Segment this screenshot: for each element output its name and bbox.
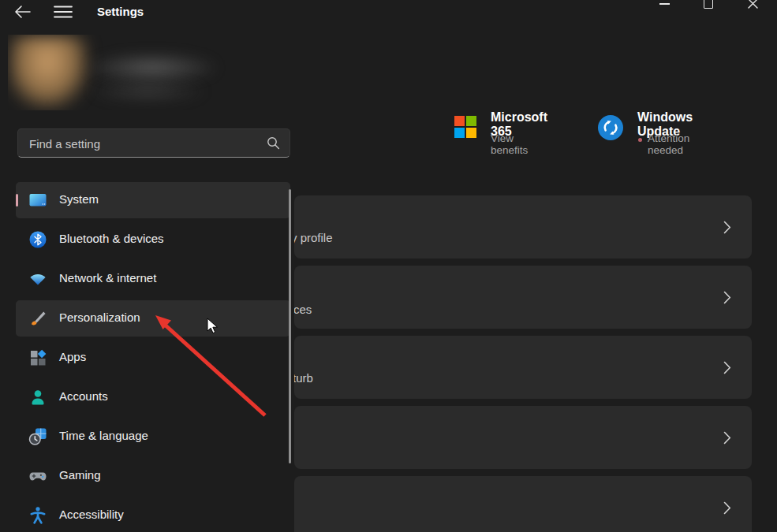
sidebar-item-personalization[interactable]: Personalization	[16, 300, 290, 337]
chevron-right-icon	[723, 291, 731, 304]
profile-name-blurred	[85, 52, 219, 84]
settings-sidebar: System Bluetooth & devices Network & int…	[0, 0, 293, 532]
sidebar-item-label: Gaming	[59, 468, 101, 482]
content-card[interactable]: y profile	[294, 195, 752, 259]
chevron-right-icon	[723, 221, 731, 234]
view-benefits-link[interactable]: View benefits	[491, 132, 528, 156]
chevron-right-icon	[723, 431, 731, 445]
titlebar: Settings	[0, 0, 777, 24]
content-card[interactable]: ces	[294, 266, 752, 329]
sidebar-item-label: Personalization	[59, 311, 140, 324]
sidebar-item-accessibility[interactable]: Accessibility	[16, 497, 290, 532]
sidebar-item-label: Apps	[59, 350, 86, 363]
accessibility-icon	[28, 506, 47, 525]
sidebar-item-network-internet[interactable]: Network & internet	[16, 261, 290, 297]
card-text-fragment: ces	[294, 303, 312, 316]
sidebar-item-accounts[interactable]: Accounts	[16, 379, 290, 415]
selection-indicator	[16, 194, 18, 206]
personalization-icon	[28, 309, 47, 328]
sidebar-scrollbar[interactable]	[289, 189, 291, 463]
apps-icon	[28, 348, 47, 367]
profile-email-blurred	[88, 80, 207, 102]
back-icon[interactable]	[13, 4, 32, 20]
sidebar-item-label: System	[59, 192, 99, 206]
user-profile-redacted[interactable]	[8, 35, 238, 110]
sidebar-item-label: Bluetooth & devices	[59, 232, 164, 245]
search-input[interactable]	[28, 129, 260, 158]
time-language-icon	[28, 427, 47, 446]
chevron-right-icon	[723, 501, 731, 515]
content-card[interactable]: turb	[294, 336, 752, 399]
windows-update-status: Attention needed	[648, 132, 689, 156]
page-title: Settings	[97, 5, 144, 18]
sidebar-nav: System Bluetooth & devices Network & int…	[16, 182, 290, 532]
attention-dot	[638, 138, 642, 142]
system-icon	[28, 191, 47, 210]
sidebar-item-label: Accessibility	[59, 508, 124, 521]
search-icon[interactable]	[267, 136, 280, 150]
content-card[interactable]	[294, 406, 752, 469]
sidebar-item-system[interactable]: System	[16, 182, 290, 218]
gaming-icon	[28, 467, 47, 485]
accounts-icon	[28, 388, 47, 407]
card-text-fragment: y profile	[294, 231, 333, 244]
chevron-right-icon	[723, 361, 731, 374]
sidebar-item-gaming[interactable]: Gaming	[16, 458, 290, 494]
close-button[interactable]	[747, 0, 759, 9]
hamburger-menu-icon[interactable]	[53, 4, 73, 20]
minimize-button[interactable]	[659, 3, 670, 5]
windows-update-icon[interactable]	[597, 114, 624, 141]
sidebar-item-apps[interactable]: Apps	[16, 340, 290, 376]
sidebar-item-label: Network & internet	[59, 271, 156, 285]
microsoft-logo-icon	[454, 116, 476, 138]
sidebar-item-time-language[interactable]: Time & language	[16, 419, 290, 455]
sidebar-item-bluetooth-devices[interactable]: Bluetooth & devices	[16, 221, 290, 258]
sidebar-item-label: Time & language	[59, 429, 148, 442]
search-box[interactable]	[17, 128, 290, 158]
sidebar-item-label: Accounts	[59, 389, 108, 403]
card-text-fragment: turb	[294, 371, 313, 385]
avatar	[9, 36, 88, 109]
bluetooth-icon	[28, 230, 47, 249]
content-card[interactable]	[294, 476, 752, 532]
maximize-button[interactable]	[704, 0, 713, 9]
network-icon	[28, 270, 47, 288]
settings-window: y profile ces turb Microsoft 365 View	[0, 0, 777, 532]
